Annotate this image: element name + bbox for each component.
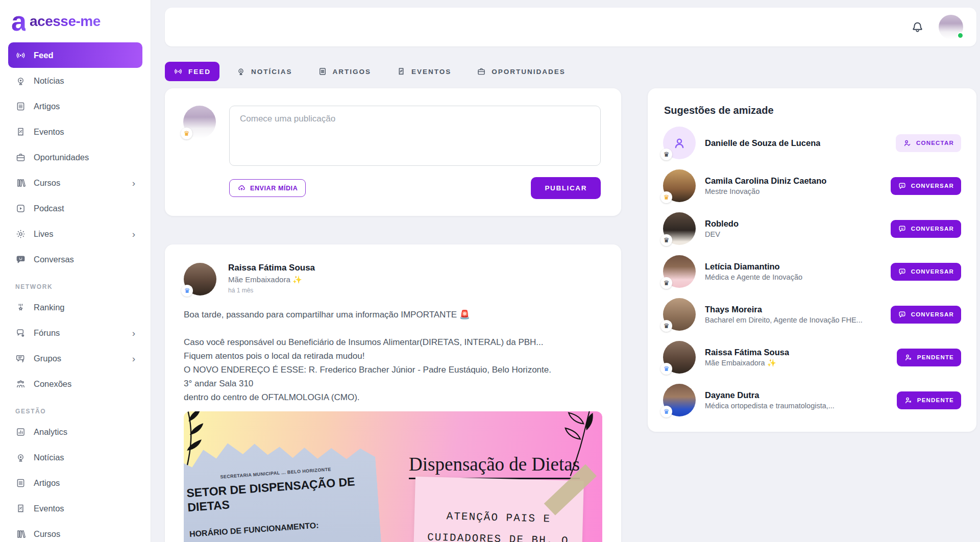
sidebar-item-foruns[interactable]: Fóruns › bbox=[8, 320, 142, 346]
message-button[interactable]: CONVERSAR bbox=[891, 306, 961, 324]
person-name[interactable]: Danielle de Souza de Lucena bbox=[705, 138, 820, 148]
main-area: FEED NOTÍCIAS ARTIGOS EVENTOS OPORTUNIDA… bbox=[151, 0, 980, 542]
composer-avatar[interactable] bbox=[183, 106, 216, 138]
person-check-icon bbox=[903, 139, 912, 147]
suggestion-row: Danielle de Souza de Lucena CONECTAR bbox=[661, 121, 963, 164]
post-timestamp: há 1 mês bbox=[228, 287, 315, 294]
sidebar-item-artigos-gestao[interactable]: Artigos bbox=[8, 470, 142, 496]
feed-broadcast-icon bbox=[15, 50, 26, 61]
forums-icon bbox=[15, 328, 26, 338]
sidebar-item-label: Eventos bbox=[34, 504, 64, 513]
person-name[interactable]: Camila Carolina Diniz Caetano bbox=[705, 176, 826, 186]
person-subtitle: Mestre Inovação bbox=[705, 187, 826, 195]
sidebar-item-oportunidades[interactable]: Oportunidades bbox=[8, 144, 142, 170]
person-subtitle: Mãe Embaixadora ✨ bbox=[705, 359, 789, 367]
suggestions-title: Sugestões de amizade bbox=[664, 105, 963, 116]
avatar[interactable] bbox=[663, 255, 696, 288]
chevron-right-icon[interactable]: › bbox=[132, 178, 135, 188]
sidebar-item-cursos-gestao[interactable]: Cursos bbox=[8, 521, 142, 542]
crown-badge bbox=[181, 128, 192, 139]
crown-badge bbox=[660, 277, 672, 289]
avatar[interactable] bbox=[663, 169, 696, 202]
bell-icon[interactable] bbox=[911, 20, 924, 34]
chevron-right-icon[interactable]: › bbox=[132, 328, 135, 338]
sidebar-item-lives[interactable]: Lives › bbox=[8, 221, 142, 247]
user-avatar[interactable] bbox=[939, 15, 963, 39]
sidebar-item-ranking[interactable]: Ranking bbox=[8, 294, 142, 320]
sidebar-section-network: NETWORK bbox=[15, 283, 135, 290]
connect-button[interactable]: CONECTAR bbox=[896, 134, 961, 152]
chevron-right-icon[interactable]: › bbox=[132, 229, 135, 239]
crown-badge bbox=[660, 234, 672, 246]
person-subtitle: Médica ortopedista e traumatologista,... bbox=[705, 402, 835, 410]
news-icon bbox=[15, 452, 26, 463]
tab-eventos[interactable]: EVENTOS bbox=[388, 62, 460, 81]
crown-badge bbox=[660, 320, 672, 332]
tab-oportunidades[interactable]: OPORTUNIDADES bbox=[468, 62, 574, 81]
person-name[interactable]: Robledo bbox=[705, 219, 739, 229]
pending-button[interactable]: PENDENTE bbox=[897, 349, 961, 366]
sidebar-item-label: Podcast bbox=[34, 204, 64, 213]
image-title: Dispensação de Dietas bbox=[409, 453, 580, 479]
sidebar-item-eventos[interactable]: Eventos bbox=[8, 119, 142, 144]
composer-input[interactable] bbox=[229, 106, 601, 166]
avatar[interactable] bbox=[663, 298, 696, 331]
person-x-icon bbox=[904, 353, 913, 362]
tab-artigos[interactable]: ARTIGOS bbox=[309, 62, 380, 81]
person-name[interactable]: Raissa Fátima Sousa bbox=[705, 348, 789, 357]
courses-books-icon bbox=[15, 178, 26, 188]
message-button[interactable]: CONVERSAR bbox=[891, 177, 961, 195]
podcast-play-icon bbox=[15, 203, 26, 214]
events-ticket-icon bbox=[397, 67, 406, 76]
sidebar-item-label: Fóruns bbox=[34, 328, 60, 338]
sidebar-item-conversas[interactable]: Conversas bbox=[8, 247, 142, 272]
upload-media-button[interactable]: ENVIAR MÍDIA bbox=[229, 179, 306, 197]
avatar[interactable] bbox=[663, 341, 696, 374]
tab-noticias[interactable]: NOTÍCIAS bbox=[228, 62, 301, 81]
person-name[interactable]: Letícia Diamantino bbox=[705, 262, 802, 272]
brand-logo-mark: a bbox=[11, 10, 26, 32]
sidebar-item-eventos-gestao[interactable]: Eventos bbox=[8, 496, 142, 521]
sidebar-item-conexoes[interactable]: Conexões bbox=[8, 371, 142, 397]
avatar[interactable] bbox=[663, 384, 696, 416]
sidebar-item-label: Artigos bbox=[34, 102, 60, 111]
sidebar-item-grupos[interactable]: Grupos › bbox=[8, 346, 142, 371]
message-button[interactable]: CONVERSAR bbox=[891, 263, 961, 281]
events-ticket-icon bbox=[15, 127, 26, 137]
message-button[interactable]: CONVERSAR bbox=[891, 220, 961, 238]
action-label: CONVERSAR bbox=[911, 311, 954, 317]
ranking-icon bbox=[15, 302, 26, 313]
post-author-name[interactable]: Raissa Fátima Sousa bbox=[228, 263, 315, 273]
person-name[interactable]: Thays Moreira bbox=[705, 305, 863, 314]
person-name[interactable]: Dayane Dutra bbox=[705, 390, 835, 400]
publish-button[interactable]: PUBLICAR bbox=[531, 177, 601, 199]
sidebar-item-noticias[interactable]: Notícias bbox=[8, 68, 142, 93]
sidebar-item-podcast[interactable]: Podcast bbox=[8, 195, 142, 221]
pending-button[interactable]: PENDENTE bbox=[897, 391, 961, 409]
app-root: a acesse-me Feed Notícias Artigos Evento… bbox=[0, 0, 980, 542]
tab-label: NOTÍCIAS bbox=[251, 68, 292, 76]
tab-label: OPORTUNIDADES bbox=[492, 68, 566, 76]
chevron-right-icon[interactable]: › bbox=[132, 354, 135, 363]
sidebar-item-analytics[interactable]: Analytics bbox=[8, 419, 142, 445]
avatar[interactable] bbox=[663, 127, 696, 159]
sidebar-item-cursos[interactable]: Cursos › bbox=[8, 170, 142, 195]
avatar[interactable] bbox=[663, 212, 696, 245]
crown-badge bbox=[660, 149, 672, 160]
tab-feed[interactable]: FEED bbox=[165, 62, 219, 81]
post-author-avatar[interactable] bbox=[184, 263, 216, 295]
sidebar-item-artigos[interactable]: Artigos bbox=[8, 93, 142, 119]
sidebar-item-noticias-gestao[interactable]: Notícias bbox=[8, 445, 142, 470]
sidebar-item-label: Cursos bbox=[34, 178, 60, 188]
sidebar-item-feed[interactable]: Feed bbox=[8, 42, 142, 68]
news-icon bbox=[15, 76, 26, 86]
connections-icon bbox=[15, 379, 26, 389]
post-image[interactable]: SECRETARIA MUNICIPAL ... BELO HORIZONTE … bbox=[184, 411, 602, 542]
right-column: Sugestões de amizade Danielle de Souza d… bbox=[648, 88, 976, 432]
person-x-icon bbox=[904, 396, 913, 405]
upload-media-label: ENVIAR MÍDIA bbox=[250, 185, 298, 192]
brand-logo[interactable]: a acesse-me bbox=[8, 9, 142, 42]
crown-badge bbox=[660, 406, 672, 417]
feed-broadcast-icon bbox=[174, 67, 183, 76]
chat-icon bbox=[898, 267, 906, 276]
